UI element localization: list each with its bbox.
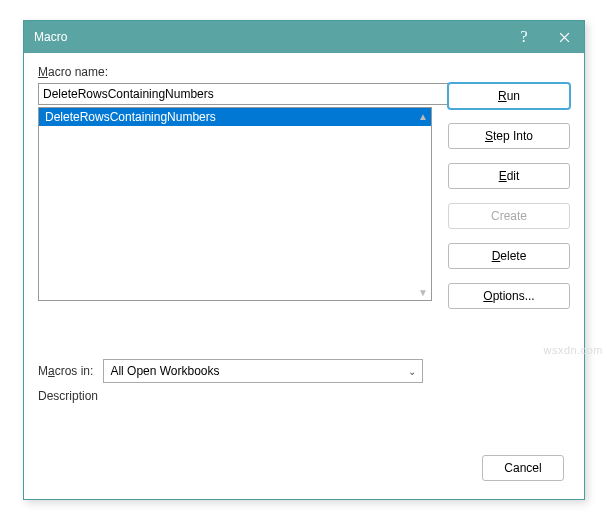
macro-dialog: Macro ? Macro name: DeleteRowsContaining… <box>23 20 585 500</box>
delete-button[interactable]: Delete <box>448 243 570 269</box>
dialog-title: Macro <box>34 30 504 44</box>
scroll-down-icon: ▼ <box>417 286 429 298</box>
close-icon <box>559 32 570 43</box>
titlebar: Macro ? <box>24 21 584 53</box>
macro-name-label: Macro name: <box>38 65 570 79</box>
list-item[interactable]: DeleteRowsContainingNumbers <box>39 108 431 126</box>
macros-in-label: Macros in: <box>38 364 93 378</box>
scroll-up-icon: ▲ <box>417 110 429 122</box>
create-button: Create <box>448 203 570 229</box>
step-into-button[interactable]: Step Into <box>448 123 570 149</box>
macros-in-dropdown[interactable]: All Open Workbooks ⌄ <box>103 359 423 383</box>
run-button[interactable]: Run <box>448 83 570 109</box>
macro-listbox[interactable]: DeleteRowsContainingNumbers ▲ ▼ <box>38 107 432 301</box>
description-label: Description <box>38 389 98 403</box>
chevron-down-icon: ⌄ <box>408 366 416 377</box>
edit-button[interactable]: Edit <box>448 163 570 189</box>
watermark-text: wsxdn.com <box>543 344 603 356</box>
close-button[interactable] <box>544 21 584 53</box>
macros-in-value: All Open Workbooks <box>110 364 219 378</box>
options-button[interactable]: Options... <box>448 283 570 309</box>
help-button[interactable]: ? <box>504 21 544 53</box>
dialog-body: Macro name: DeleteRowsContainingNumbers … <box>24 53 584 499</box>
cancel-button[interactable]: Cancel <box>482 455 564 481</box>
